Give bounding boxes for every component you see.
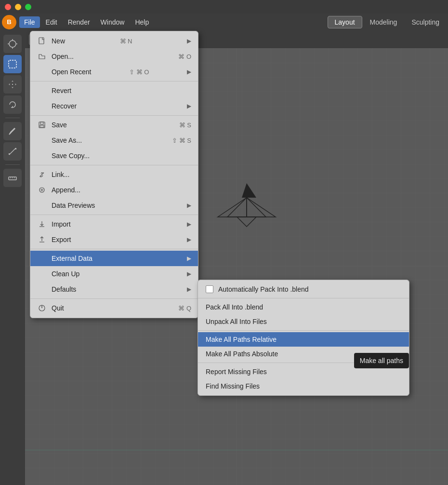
menu-quit[interactable]: Quit ⌘ Q bbox=[30, 300, 198, 316]
svg-rect-25 bbox=[39, 38, 44, 44]
save-label: Save bbox=[52, 121, 67, 129]
link-icon bbox=[37, 170, 47, 179]
pack-all-item[interactable]: Pack All Into .blend bbox=[198, 300, 409, 314]
save-as-shortcut: ⇧ ⌘ S bbox=[172, 137, 191, 144]
open-recent-icon bbox=[37, 67, 47, 77]
save-icon bbox=[37, 120, 47, 130]
append-icon bbox=[37, 185, 47, 195]
menu-new[interactable]: New ⌘ N ▶ bbox=[30, 33, 198, 49]
export-arrow: ▶ bbox=[187, 236, 191, 243]
svg-line-29 bbox=[41, 174, 43, 175]
revert-label: Revert bbox=[52, 87, 71, 94]
tool-ruler[interactable] bbox=[3, 169, 22, 187]
menu-append[interactable]: Append... bbox=[30, 182, 198, 198]
menu-recover[interactable]: Recover ▶ bbox=[30, 98, 198, 114]
save-shortcut: ⌘ S bbox=[179, 121, 191, 129]
ext-sep-1 bbox=[198, 298, 409, 298]
new-shortcut: ⌘ N bbox=[120, 38, 132, 45]
open-recent-arrow: ▶ bbox=[187, 68, 191, 75]
menu-render[interactable]: Render bbox=[63, 16, 95, 28]
external-data-arrow: ▶ bbox=[187, 255, 191, 262]
ext-sep-2 bbox=[198, 330, 409, 331]
tab-modeling[interactable]: Modeling bbox=[363, 16, 404, 28]
unpack-all-label: Unpack All Into Files bbox=[206, 318, 267, 325]
menu-defaults[interactable]: Defaults ▶ bbox=[30, 282, 198, 297]
save-copy-label: Save Copy... bbox=[52, 152, 90, 160]
auto-pack-item[interactable]: Automatically Pack Into .blend bbox=[198, 282, 409, 296]
export-icon bbox=[37, 235, 47, 244]
menu-window[interactable]: Window bbox=[96, 16, 130, 28]
external-data-label: External Data bbox=[52, 255, 92, 262]
recover-icon bbox=[37, 101, 47, 111]
workspace-tabs: Layout Modeling Sculpting bbox=[328, 16, 446, 28]
sep-1 bbox=[30, 81, 198, 81]
tab-layout[interactable]: Layout bbox=[328, 16, 362, 28]
find-missing-item[interactable]: Find Missing Files bbox=[198, 379, 409, 393]
maximize-button[interactable] bbox=[25, 4, 31, 10]
menu-save-as[interactable]: Save As... ⇧ ⌘ S bbox=[30, 133, 198, 148]
tool-select[interactable] bbox=[3, 55, 22, 73]
menu-open-recent[interactable]: Open Recent ⇧ ⌘ O ▶ bbox=[30, 64, 198, 80]
save-as-icon bbox=[37, 135, 47, 145]
data-previews-icon bbox=[37, 201, 47, 210]
quit-icon bbox=[37, 303, 47, 313]
open-recent-label: Open Recent bbox=[52, 68, 92, 76]
tool-cursor[interactable] bbox=[3, 35, 22, 53]
close-button[interactable] bbox=[5, 4, 11, 10]
titlebar bbox=[0, 0, 448, 13]
tool-rotate[interactable] bbox=[3, 95, 22, 114]
quit-label: Quit bbox=[52, 304, 64, 312]
tooltip: Make all paths bbox=[354, 353, 409, 368]
new-label: New bbox=[52, 37, 65, 45]
svg-rect-7 bbox=[9, 60, 16, 68]
minimize-button[interactable] bbox=[15, 4, 21, 10]
open-shortcut: ⌘ O bbox=[178, 53, 191, 60]
open-recent-shortcut: ⇧ ⌘ O bbox=[129, 68, 149, 76]
save-copy-icon bbox=[37, 151, 47, 161]
data-previews-label: Data Previews bbox=[52, 202, 95, 209]
new-icon bbox=[37, 36, 47, 46]
menu-edit[interactable]: Edit bbox=[41, 16, 62, 28]
file-menu: New ⌘ N ▶ Open... ⌘ O Open Recent ⇧ ⌘ O … bbox=[30, 31, 198, 318]
external-data-submenu: Automatically Pack Into .blend Pack All … bbox=[198, 280, 409, 396]
menu-file[interactable]: File bbox=[19, 16, 40, 28]
sep-4 bbox=[30, 215, 198, 215]
menu-import[interactable]: Import ▶ bbox=[30, 216, 198, 232]
svg-rect-27 bbox=[40, 122, 43, 124]
find-missing-label: Find Missing Files bbox=[206, 382, 260, 390]
clean-up-arrow: ▶ bbox=[187, 270, 191, 277]
menu-clean-up[interactable]: Clean Up ▶ bbox=[30, 266, 198, 282]
auto-pack-label: Automatically Pack Into .blend bbox=[218, 285, 309, 293]
auto-pack-checkbox[interactable] bbox=[206, 285, 213, 293]
tool-measure[interactable] bbox=[3, 142, 22, 161]
import-label: Import bbox=[52, 220, 71, 228]
tool-move[interactable] bbox=[3, 75, 22, 94]
menu-save[interactable]: Save ⌘ S bbox=[30, 117, 198, 133]
menu-revert[interactable]: Revert bbox=[30, 83, 198, 98]
menu-external-data[interactable]: External Data ▶ bbox=[30, 251, 198, 266]
menu-link[interactable]: Link... bbox=[30, 167, 198, 182]
menu-open[interactable]: Open... ⌘ O bbox=[30, 49, 198, 64]
tab-sculpting[interactable]: Sculpting bbox=[405, 16, 446, 28]
make-relative-item[interactable]: Make All Paths Relative bbox=[198, 332, 409, 347]
export-label: Export bbox=[52, 236, 71, 243]
tool-annotate[interactable] bbox=[3, 122, 22, 140]
menubar: B File Edit Render Window Help Layout Mo… bbox=[0, 13, 448, 31]
defaults-icon bbox=[37, 284, 47, 294]
recover-label: Recover bbox=[52, 102, 77, 110]
make-relative-label: Make All Paths Relative bbox=[206, 336, 277, 343]
sep-2 bbox=[30, 115, 198, 116]
open-icon bbox=[37, 52, 47, 61]
toolbar-sep-2 bbox=[5, 164, 20, 165]
menu-save-copy[interactable]: Save Copy... bbox=[30, 148, 198, 163]
svg-rect-28 bbox=[40, 125, 44, 127]
external-data-icon bbox=[37, 254, 47, 263]
menu-help[interactable]: Help bbox=[130, 16, 154, 28]
svg-marker-23 bbox=[242, 183, 256, 198]
recover-arrow: ▶ bbox=[187, 103, 191, 109]
sep-6 bbox=[30, 298, 198, 299]
save-as-label: Save As... bbox=[52, 136, 82, 144]
unpack-all-item[interactable]: Unpack All Into Files bbox=[198, 314, 409, 329]
menu-export[interactable]: Export ▶ bbox=[30, 232, 198, 247]
menu-data-previews[interactable]: Data Previews ▶ bbox=[30, 198, 198, 213]
